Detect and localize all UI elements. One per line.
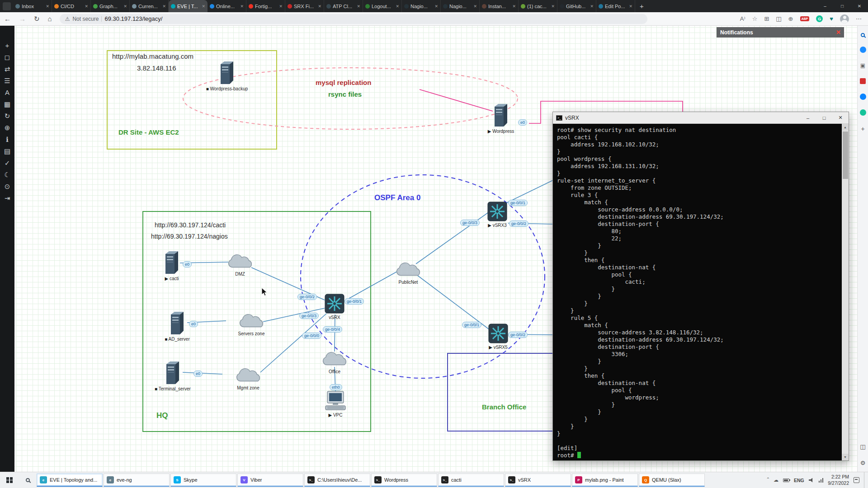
- browser-tab[interactable]: Graph... ✕: [91, 0, 130, 12]
- not-secure-icon[interactable]: ⚠: [65, 16, 70, 22]
- tab-close-icon[interactable]: ✕: [396, 4, 399, 9]
- new-tab-button[interactable]: +: [635, 2, 648, 10]
- browser-tab[interactable]: ATP Cl... ✕: [324, 0, 363, 12]
- nodes-icon[interactable]: ◻: [5, 54, 10, 61]
- address-bar[interactable]: ⚠ Not secure 69.30.197.123/legacy/: [60, 14, 647, 24]
- browser-tab[interactable]: Online... ✕: [208, 0, 246, 12]
- tab-close-icon[interactable]: ✕: [279, 4, 283, 9]
- tab-close-icon[interactable]: ✕: [512, 4, 516, 9]
- window-close-button[interactable]: ✕: [851, 0, 868, 12]
- terminal-close-button[interactable]: ✕: [832, 112, 849, 123]
- browser-tab[interactable]: Edit Po... ✕: [596, 0, 635, 12]
- node-vpc[interactable]: ▶ VPC: [306, 390, 365, 418]
- tab-actions-icon[interactable]: [3, 2, 11, 10]
- copilot-icon[interactable]: [860, 47, 866, 53]
- add-object-icon[interactable]: +: [5, 42, 9, 49]
- vsrx-terminal-window[interactable]: >_ vSRX – □ ✕ root# show security nat de…: [552, 112, 849, 461]
- browser-tab[interactable]: Curren... ✕: [130, 0, 169, 12]
- back-icon[interactable]: ←: [0, 15, 15, 23]
- tab-close-icon[interactable]: ✕: [629, 4, 632, 9]
- scroll-up-arrow[interactable]: ▲: [842, 124, 849, 131]
- panel-toggle-icon[interactable]: ◫: [860, 443, 865, 450]
- extensions-icon[interactable]: ⊕: [788, 15, 793, 22]
- show-desktop-button[interactable]: [864, 472, 866, 488]
- node-wordpress-backup[interactable]: ■ Wordpress-backup: [198, 59, 256, 91]
- tab-close-icon[interactable]: ✕: [590, 4, 594, 9]
- settings-menu-icon[interactable]: ⋯: [856, 15, 862, 22]
- node-servers-zone-network[interactable]: Servers zone: [222, 312, 281, 336]
- tools-icon[interactable]: [860, 94, 866, 100]
- shutdown-icon[interactable]: ⊙: [5, 183, 10, 190]
- taskbar-item[interactable]: Q QEMU (Slax): [639, 474, 705, 487]
- browser-tab[interactable]: SRX Fi... ✕: [285, 0, 324, 12]
- tab-close-icon[interactable]: ✕: [434, 4, 438, 9]
- action-center-icon[interactable]: [854, 477, 859, 483]
- collections-icon[interactable]: ⊞: [764, 15, 769, 22]
- node-publicnet-network[interactable]: PublicNet: [379, 260, 438, 285]
- tab-close-icon[interactable]: ✕: [240, 4, 244, 9]
- configured-nodes-icon[interactable]: ✓: [5, 160, 10, 166]
- start-button[interactable]: [0, 472, 19, 488]
- browser-tab[interactable]: Inbox ✕: [13, 0, 52, 12]
- refresh-icon[interactable]: ↻: [30, 15, 44, 23]
- node-mgmt-zone-network[interactable]: Mgmt zone: [219, 366, 278, 390]
- home-icon[interactable]: ⌂: [44, 15, 56, 23]
- tab-close-icon[interactable]: ✕: [162, 4, 166, 9]
- terminal-maximize-button[interactable]: □: [816, 112, 832, 123]
- sidebar-settings-icon[interactable]: ⚙: [860, 460, 866, 466]
- taskbar-item[interactable]: >_ C:\Users\hieuv\De...: [304, 474, 370, 487]
- logout-icon[interactable]: ⇥: [5, 195, 10, 202]
- language-indicator[interactable]: ENG: [794, 478, 804, 483]
- forward-icon[interactable]: →: [15, 15, 30, 23]
- grammarly-sidebar-icon[interactable]: [860, 109, 866, 116]
- read-aloud-icon[interactable]: A⁾: [740, 15, 745, 22]
- text-objects-icon[interactable]: A: [5, 89, 9, 96]
- battery-icon[interactable]: [783, 479, 789, 482]
- browser-tab[interactable]: Instan... ✕: [480, 0, 519, 12]
- tab-close-icon[interactable]: ✕: [551, 4, 555, 9]
- layers-icon[interactable]: ▣: [860, 62, 865, 69]
- sidebar-search-icon[interactable]: [861, 33, 865, 37]
- browser-tab-active[interactable]: EVE | T... ✕: [169, 0, 208, 12]
- terminal-output[interactable]: root# show security nat destination pool…: [553, 124, 849, 460]
- tab-close-icon[interactable]: ✕: [202, 4, 205, 9]
- networks-icon[interactable]: ⇄: [5, 66, 10, 72]
- hidden-icons-chevron[interactable]: ˆ: [767, 477, 769, 483]
- browser-tab[interactable]: Nagio... ✕: [402, 0, 441, 12]
- taskbar-item[interactable]: e eve-ng: [104, 474, 170, 487]
- taskbar-search-button[interactable]: [19, 472, 36, 488]
- taskbar-item[interactable]: e EVE | Topology and...: [37, 474, 103, 487]
- profile-avatar[interactable]: [840, 14, 849, 23]
- split-screen-icon[interactable]: ◫: [776, 15, 781, 22]
- browser-tab[interactable]: CI/CD ✕: [52, 0, 91, 12]
- scroll-thumb[interactable]: [843, 131, 848, 179]
- tab-close-icon[interactable]: ✕: [357, 4, 360, 9]
- scroll-down-arrow[interactable]: ▼: [842, 454, 849, 460]
- taskbar-clock[interactable]: 2:22 PM 9/27/2022: [828, 474, 849, 486]
- window-maximize-button[interactable]: □: [834, 0, 851, 12]
- taskbar-item[interactable]: >_ cacti: [438, 474, 504, 487]
- volume-icon[interactable]: [809, 478, 814, 483]
- night-mode-icon[interactable]: ☾: [4, 171, 10, 178]
- node-office-network[interactable]: Office: [305, 350, 364, 374]
- network-signal-icon[interactable]: [819, 478, 824, 483]
- refresh-topology-icon[interactable]: ↻: [5, 113, 10, 119]
- terminal-titlebar[interactable]: >_ vSRX – □ ✕: [553, 112, 849, 124]
- browser-tab[interactable]: Nagio... ✕: [441, 0, 480, 12]
- grammarly-icon[interactable]: G: [816, 15, 823, 22]
- taskbar-item[interactable]: S Skype: [170, 474, 236, 487]
- zoom-icon[interactable]: ⊕: [5, 124, 10, 131]
- tab-close-icon[interactable]: ✕: [123, 4, 127, 9]
- tab-close-icon[interactable]: ✕: [318, 4, 321, 9]
- taskbar-item[interactable]: P mylab.png - Paint: [572, 474, 638, 487]
- taskbar-item[interactable]: V Viber: [237, 474, 303, 487]
- browser-tab[interactable]: Logout... ✕: [363, 0, 402, 12]
- url-text[interactable]: 69.30.197.123/legacy/: [104, 15, 162, 22]
- node-cacti[interactable]: ▶ cacti: [142, 249, 201, 281]
- startup-configs-icon[interactable]: ☰: [4, 77, 10, 84]
- status-icon[interactable]: ℹ: [6, 136, 9, 143]
- tab-close-icon[interactable]: ✕: [85, 4, 88, 9]
- tab-close-icon[interactable]: ✕: [46, 4, 49, 9]
- terminal-minimize-button[interactable]: –: [800, 112, 816, 123]
- node-dmz-network[interactable]: DMZ: [211, 252, 269, 277]
